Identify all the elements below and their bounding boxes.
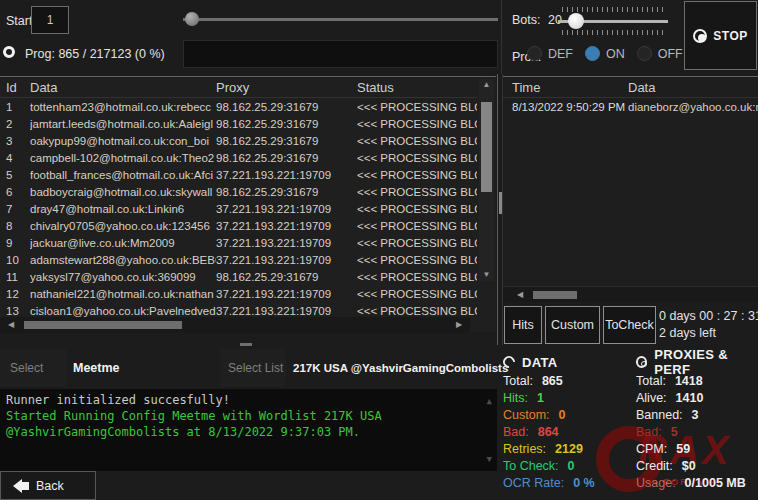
cell-data: nathaniel221@hotmail.co.uk:nathan bbox=[30, 288, 216, 300]
back-button[interactable]: Back bbox=[0, 471, 96, 500]
start-slider-thumb[interactable] bbox=[185, 12, 199, 26]
log-lines: Runner initialized succesfully!Started R… bbox=[6, 392, 491, 440]
results-horizontal-scrollbar[interactable]: ◀ ▶ bbox=[0, 317, 470, 333]
select-list-button[interactable]: Select List bbox=[220, 349, 286, 387]
results-row[interactable]: 13cisloan1@yahoo.co.uk:Pavelnedved37.221… bbox=[0, 302, 477, 317]
data-icon bbox=[501, 354, 518, 371]
cell-status: <<< PROCESSING BLOCK bbox=[357, 237, 477, 249]
results-row[interactable]: 7dray47@hotmail.co.uk:Linkin637.221.193.… bbox=[0, 200, 477, 217]
start-input[interactable]: 1 bbox=[31, 6, 69, 34]
cell-id: 13 bbox=[0, 305, 30, 317]
progress-spinner-icon bbox=[3, 46, 15, 58]
cell-status: <<< PROCESSING BLOCK bbox=[357, 254, 477, 266]
column-header-id[interactable]: Id bbox=[0, 80, 30, 95]
proxy-mode-def[interactable]: DEF bbox=[527, 46, 573, 61]
log-area[interactable]: Runner initialized succesfully!Started R… bbox=[0, 389, 497, 471]
runner-window: Start: 1 Prog: 865 / 217123 (0 %) Bots: … bbox=[0, 0, 758, 500]
bots-label: Bots: bbox=[512, 13, 541, 27]
results-row[interactable]: 3oakypup99@hotmail.co.uk:con_boi98.162.2… bbox=[0, 132, 477, 149]
scroll-down-icon[interactable]: ▼ bbox=[479, 269, 494, 281]
tab-custom[interactable]: Custom bbox=[545, 306, 600, 344]
cell-proxy: 98.162.25.29:31679 bbox=[216, 118, 357, 130]
cell-id: 9 bbox=[0, 237, 30, 249]
select-cfg-button[interactable]: Select CFG bbox=[0, 349, 66, 387]
hits-row[interactable]: 8/13/2022 9:50:29 PMdianeborz@yahoo.co.u… bbox=[503, 98, 758, 115]
cell-status: <<< PROCESSING BLOCK bbox=[357, 271, 477, 283]
cell-proxy: 37.221.193.221:19709 bbox=[216, 203, 357, 215]
scroll-right-icon[interactable]: ▶ bbox=[452, 317, 466, 333]
proxies-stats-title: PROXIES & PERF bbox=[654, 347, 758, 377]
stat-row: Custom:0 bbox=[503, 408, 635, 425]
results-row[interactable]: 2jamtart.leeds@hotmail.co.uk:Aaleigl98.1… bbox=[0, 115, 477, 132]
stat-value: 59 bbox=[676, 442, 690, 456]
column-header-proxy[interactable]: Proxy bbox=[216, 80, 357, 95]
results-row[interactable]: 11yaksysl77@yahoo.co.uk:36909998.162.25.… bbox=[0, 268, 477, 285]
bots-slider-thumb[interactable] bbox=[568, 13, 584, 29]
cell-time: 8/13/2022 9:50:29 PM bbox=[503, 101, 628, 113]
log-scroll-up-icon[interactable]: ▲ bbox=[487, 393, 492, 409]
results-table-body: 1tottenham23@hotmail.co.uk:rebecc98.162.… bbox=[0, 98, 477, 317]
scroll-left-icon[interactable]: ◀ bbox=[4, 317, 18, 333]
results-row[interactable]: 8chivalry0705@yahoo.co.uk:12345637.221.1… bbox=[0, 217, 477, 234]
back-arrow-icon bbox=[13, 479, 29, 493]
stat-value: 3 bbox=[692, 408, 699, 422]
results-row[interactable]: 9jackuar@live.co.uk:Mm200937.221.193.221… bbox=[0, 234, 477, 251]
scroll-up-icon[interactable]: ▲ bbox=[479, 79, 494, 91]
progress-text: Prog: 865 / 217123 (0 %) bbox=[25, 47, 165, 61]
cell-id: 12 bbox=[0, 288, 30, 300]
stat-label: CPM: bbox=[636, 442, 667, 456]
hits-horizontal-scrollbar[interactable]: ◀ bbox=[503, 286, 758, 302]
vertical-scroll-thumb[interactable] bbox=[481, 102, 492, 192]
results-row[interactable]: 12nathaniel221@hotmail.co.uk:nathan37.22… bbox=[0, 285, 477, 302]
stat-label: Bad: bbox=[636, 425, 662, 439]
hits-table-header: Time Data bbox=[503, 77, 758, 98]
scroll-left-icon[interactable]: ◀ bbox=[513, 287, 527, 303]
stat-label: OCR Rate: bbox=[503, 476, 564, 490]
bots-slider-ticks-top bbox=[562, 7, 664, 12]
hits-table-body: 8/13/2022 9:50:29 PMdianeborz@yahoo.co.u… bbox=[503, 98, 758, 266]
horizontal-scroll-thumb[interactable] bbox=[24, 321, 182, 329]
results-row[interactable]: 10adamstewart288@yahoo.co.uk:BEBO37.221.… bbox=[0, 251, 477, 268]
results-row[interactable]: 4campbell-102@hotmail.co.uk:Theo298.162.… bbox=[0, 149, 477, 166]
proxy-mode-off[interactable]: OFF bbox=[637, 46, 683, 61]
tab-tocheck[interactable]: ToCheck bbox=[603, 306, 656, 344]
results-vertical-scrollbar[interactable]: ▲ ▼ bbox=[479, 79, 494, 281]
cell-data: oakypup99@hotmail.co.uk:con_boi bbox=[30, 135, 216, 147]
horizontal-scroll-thumb[interactable] bbox=[533, 291, 577, 299]
stop-button[interactable]: STOP bbox=[684, 1, 757, 70]
cell-data: campbell-102@hotmail.co.uk:Theo2 bbox=[30, 152, 216, 164]
cell-data: dianeborz@yahoo.co.uk:rel bbox=[628, 101, 758, 113]
stat-value: 865 bbox=[542, 374, 563, 388]
column-header-hits-data[interactable]: Data bbox=[628, 80, 758, 95]
radio-icon bbox=[527, 46, 542, 61]
radio-icon bbox=[585, 46, 600, 61]
log-scroll-down-icon[interactable]: ▼ bbox=[487, 451, 492, 467]
results-table-header: Id Data Proxy Status bbox=[0, 77, 477, 98]
horizontal-splitter-grip[interactable] bbox=[240, 343, 252, 346]
column-header-status[interactable]: Status bbox=[357, 80, 477, 95]
results-row[interactable]: 1tottenham23@hotmail.co.uk:rebecc98.162.… bbox=[0, 98, 477, 115]
proxy-mode-on[interactable]: ON bbox=[585, 46, 625, 61]
column-header-data[interactable]: Data bbox=[30, 80, 216, 95]
cell-status: <<< PROCESSING BLOCK bbox=[357, 220, 477, 232]
stat-row: Hits:1 bbox=[503, 391, 635, 408]
stat-row: Bad:864 bbox=[503, 425, 635, 442]
bots-slider[interactable] bbox=[558, 7, 668, 35]
stat-label: Bad: bbox=[503, 425, 529, 439]
cell-data: tottenham23@hotmail.co.uk:rebecc bbox=[30, 101, 216, 113]
column-header-time[interactable]: Time bbox=[503, 80, 628, 95]
stat-label: Custom: bbox=[503, 408, 550, 422]
results-panel: Id Data Proxy Status 1tottenham23@hotmai… bbox=[0, 76, 496, 332]
tab-hits[interactable]: Hits bbox=[504, 306, 542, 344]
results-row[interactable]: 6badboycraig@hotmail.co.uk:skywall98.162… bbox=[0, 183, 477, 200]
stat-value: 1 bbox=[537, 391, 544, 405]
start-slider[interactable] bbox=[183, 11, 498, 27]
radio-label: OFF bbox=[658, 47, 683, 61]
log-line: Started Running Config Meetme with Wordl… bbox=[6, 408, 491, 424]
data-stats-title: DATA bbox=[522, 355, 557, 370]
cell-data: cisloan1@yahoo.co.uk:Pavelnedved bbox=[30, 305, 216, 317]
cell-id: 7 bbox=[0, 203, 30, 215]
log-line: Runner initialized succesfully! bbox=[6, 392, 491, 408]
cell-data: yaksysl77@yahoo.co.uk:369099 bbox=[30, 271, 216, 283]
results-row[interactable]: 5football_frances@hotmail.co.uk:Afci37.2… bbox=[0, 166, 477, 183]
